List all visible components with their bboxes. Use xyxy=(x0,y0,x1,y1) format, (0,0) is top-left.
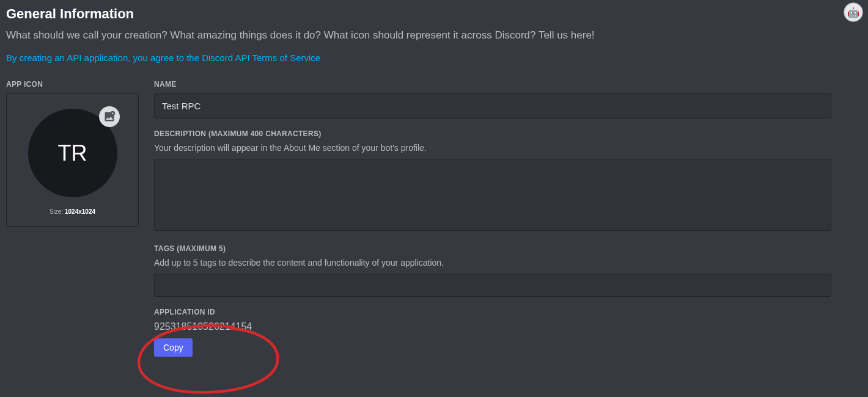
name-input[interactable] xyxy=(154,93,831,118)
tags-input[interactable] xyxy=(154,274,831,297)
upload-image-badge[interactable] xyxy=(99,106,120,127)
avatar-initials: TR xyxy=(58,140,87,166)
description-label: DESCRIPTION (MAXIMUM 400 CHARACTERS) xyxy=(154,129,831,138)
bot-emblem-icon: 🤖 xyxy=(844,2,863,22)
description-help: Your description will appear in the Abou… xyxy=(154,143,831,153)
tags-label: TAGS (MAXIMUM 5) xyxy=(154,244,831,253)
application-id-value: 925318510526214154 xyxy=(154,321,831,332)
tags-help: Add up to 5 tags to describe the content… xyxy=(154,258,831,268)
page-title: General Information xyxy=(6,6,862,22)
size-hint: Size: 1024x1024 xyxy=(50,208,95,215)
app-icon-label: APP ICON xyxy=(6,80,139,89)
application-id-label: APPLICATION ID xyxy=(154,308,831,316)
copy-button[interactable]: Copy xyxy=(154,338,193,357)
page-subtitle: What should we call your creation? What … xyxy=(6,29,862,42)
description-input[interactable] xyxy=(154,159,831,231)
app-icon-upload-box[interactable]: TR Size: 1024x1024 xyxy=(6,93,139,227)
tos-link[interactable]: By creating an API application, you agre… xyxy=(6,53,320,63)
avatar: TR xyxy=(28,109,117,197)
image-add-icon xyxy=(103,111,116,123)
name-label: NAME xyxy=(154,80,831,89)
